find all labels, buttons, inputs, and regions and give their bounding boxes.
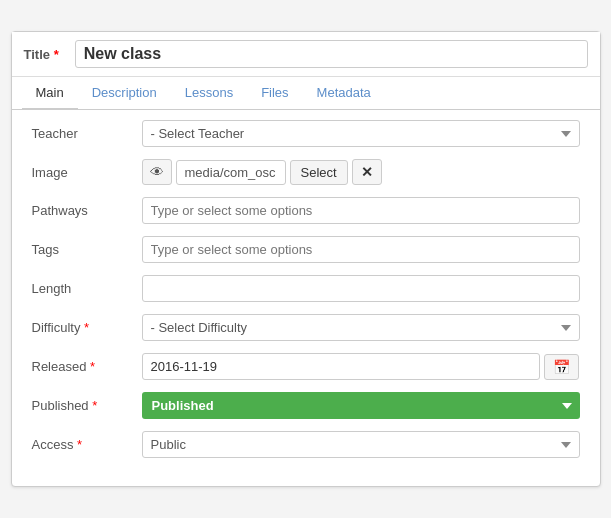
- published-control: Published: [142, 392, 580, 419]
- title-label: Title *: [24, 47, 65, 62]
- difficulty-control: - Select Difficulty: [142, 314, 580, 341]
- access-select[interactable]: Public: [142, 431, 580, 458]
- published-row: Published * Published: [32, 392, 580, 419]
- tab-description[interactable]: Description: [78, 77, 171, 110]
- tags-control: [142, 236, 580, 263]
- title-input[interactable]: [75, 40, 588, 68]
- tags-row: Tags: [32, 236, 580, 263]
- pathways-control: [142, 197, 580, 224]
- image-row-inner: 👁 media/com_osc Select ✕: [142, 159, 580, 185]
- calendar-icon: 📅: [553, 359, 570, 375]
- length-control: [142, 275, 580, 302]
- tags-input[interactable]: [142, 236, 580, 263]
- title-text: Title: [24, 47, 51, 62]
- form-container: Title * Main Description Lessons Files M…: [11, 31, 601, 487]
- difficulty-label: Difficulty *: [32, 320, 142, 335]
- image-control: 👁 media/com_osc Select ✕: [142, 159, 580, 185]
- access-control: Public: [142, 431, 580, 458]
- teacher-label: Teacher: [32, 126, 142, 141]
- image-clear-button[interactable]: ✕: [352, 159, 382, 185]
- length-row: Length: [32, 275, 580, 302]
- released-row: Released * 📅: [32, 353, 580, 380]
- tab-files[interactable]: Files: [247, 77, 302, 110]
- title-required-star: *: [54, 47, 59, 62]
- tab-lessons[interactable]: Lessons: [171, 77, 247, 110]
- tab-metadata[interactable]: Metadata: [303, 77, 385, 110]
- teacher-control: - Select Teacher: [142, 120, 580, 147]
- image-select-button[interactable]: Select: [290, 160, 348, 185]
- length-label: Length: [32, 281, 142, 296]
- published-select[interactable]: Published: [142, 392, 580, 419]
- eye-icon: 👁: [150, 164, 164, 180]
- date-row: 📅: [142, 353, 580, 380]
- pathways-row: Pathways: [32, 197, 580, 224]
- released-input[interactable]: [142, 353, 540, 380]
- tabs-bar: Main Description Lessons Files Metadata: [12, 77, 600, 110]
- form-body: Teacher - Select Teacher Image 👁 media/c…: [12, 110, 600, 486]
- pathways-label: Pathways: [32, 203, 142, 218]
- difficulty-row: Difficulty * - Select Difficulty: [32, 314, 580, 341]
- published-label: Published *: [32, 398, 142, 413]
- teacher-select[interactable]: - Select Teacher: [142, 120, 580, 147]
- title-bar: Title *: [12, 32, 600, 77]
- access-label: Access *: [32, 437, 142, 452]
- calendar-button[interactable]: 📅: [544, 354, 579, 380]
- difficulty-select[interactable]: - Select Difficulty: [142, 314, 580, 341]
- image-label: Image: [32, 165, 142, 180]
- released-label: Released *: [32, 359, 142, 374]
- eye-button[interactable]: 👁: [142, 159, 172, 185]
- tags-label: Tags: [32, 242, 142, 257]
- media-path-text: media/com_osc: [176, 160, 286, 185]
- access-row: Access * Public: [32, 431, 580, 458]
- teacher-row: Teacher - Select Teacher: [32, 120, 580, 147]
- tab-main[interactable]: Main: [22, 77, 78, 110]
- pathways-input[interactable]: [142, 197, 580, 224]
- released-control: 📅: [142, 353, 580, 380]
- length-input[interactable]: [142, 275, 580, 302]
- image-row: Image 👁 media/com_osc Select ✕: [32, 159, 580, 185]
